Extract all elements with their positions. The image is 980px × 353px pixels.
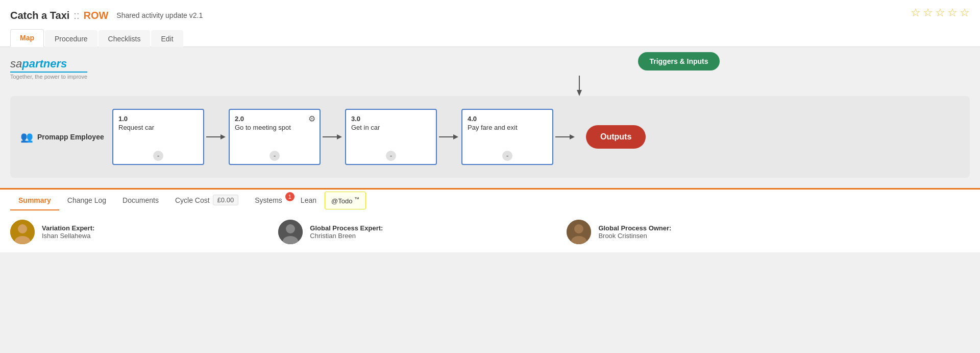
- row-label: ROW: [83, 10, 108, 21]
- bottom-tabs: Summary Change Log Documents Cycle Cost …: [0, 188, 980, 211]
- step-3-number: 3.0: [351, 115, 431, 123]
- bottom-tab-summary[interactable]: Summary: [10, 191, 59, 210]
- svg-marker-1: [577, 90, 582, 96]
- person-brook-role: Global Process Owner:: [598, 224, 671, 232]
- person-ishan-name: Ishan Sellahewa: [42, 232, 94, 240]
- svg-point-14: [286, 224, 295, 233]
- avatar-brook: [567, 220, 591, 244]
- bottom-tab-lean[interactable]: Lean: [292, 191, 325, 210]
- step-1[interactable]: 1.0 Request car -: [112, 109, 204, 165]
- logo: sapartners Together, the power to improv…: [10, 57, 87, 80]
- person-brook-name: Brook Cristinsen: [598, 232, 671, 240]
- trigger-arrow: [574, 76, 584, 96]
- star-3[interactable]: ☆: [935, 6, 945, 19]
- step-3[interactable]: 3.0 Get in car -: [345, 109, 437, 165]
- separator: ::: [74, 10, 79, 21]
- step-4-title: Pay fare and exit: [468, 124, 547, 131]
- arrow-1-2: [204, 132, 229, 142]
- page-title: Catch a Taxi: [10, 10, 69, 21]
- main-content: sapartners Together, the power to improv…: [0, 47, 980, 188]
- subtitle: Shared activity update v2.1: [116, 11, 203, 19]
- avatar-christian-svg: [278, 220, 303, 244]
- tab-procedure[interactable]: Procedure: [45, 30, 97, 47]
- gear-icon-step2: ⚙: [308, 114, 315, 124]
- tab-edit[interactable]: Edit: [151, 30, 183, 47]
- steps-row: 1.0 Request car - 2.0 Go to meeting spot…: [112, 109, 960, 165]
- cycle-cost-label: Cycle Cost: [175, 196, 210, 204]
- avatar-christian: [278, 220, 303, 244]
- star-4[interactable]: ☆: [947, 6, 958, 19]
- avatar-brook-svg: [567, 220, 591, 244]
- star-2[interactable]: ☆: [923, 6, 933, 19]
- cost-badge-value: £0.00: [213, 195, 239, 205]
- person-global-expert: Global Process Expert: Christian Breen: [278, 220, 383, 244]
- star-rating[interactable]: ☆ ☆ ☆ ☆ ☆: [911, 6, 970, 25]
- avatar-ishan: [10, 220, 35, 244]
- svg-marker-3: [220, 134, 226, 139]
- star-5[interactable]: ☆: [960, 6, 970, 19]
- triggers-bubble[interactable]: Triggers & Inputs: [638, 52, 719, 70]
- arrow-svg-3: [439, 132, 459, 142]
- person-ishan-info: Variation Expert: Ishan Sellahewa: [42, 224, 94, 240]
- tab-map[interactable]: Map: [10, 29, 44, 47]
- step-4-number: 4.0: [468, 115, 547, 123]
- arrow-3-4: [437, 132, 461, 142]
- logo-partners: partners: [22, 57, 67, 70]
- step-4[interactable]: 4.0 Pay fare and exit -: [461, 109, 553, 165]
- logo-text: sapartners: [10, 57, 87, 73]
- main-tabs: Map Procedure Checklists Edit: [10, 29, 970, 46]
- triggers-column: Triggers & Inputs: [189, 52, 970, 96]
- person-christian-name: Christian Breen: [310, 232, 383, 240]
- bottom-tab-changelog[interactable]: Change Log: [59, 191, 114, 210]
- person-variation-expert: Variation Expert: Ishan Sellahewa: [10, 220, 94, 244]
- arrow-2-3: [321, 132, 345, 142]
- step-1-minus[interactable]: -: [153, 151, 163, 161]
- svg-marker-5: [337, 134, 342, 139]
- person-brook-info: Global Process Owner: Brook Cristinsen: [598, 224, 671, 240]
- people-section: Variation Expert: Ishan Sellahewa Global…: [0, 211, 980, 252]
- step-1-number: 1.0: [118, 115, 198, 123]
- swimlane-label: 👥 Promapp Employee: [20, 131, 112, 143]
- users-icon: 👥: [20, 131, 33, 143]
- header-top: Catch a Taxi :: ROW Shared activity upda…: [10, 6, 970, 29]
- swimlane: 👥 Promapp Employee 1.0 Request car - 2.0…: [10, 96, 970, 178]
- todo-superscript: ™: [354, 196, 359, 202]
- header: Catch a Taxi :: ROW Shared activity upda…: [0, 0, 980, 47]
- arrow-4-outputs: [553, 132, 578, 142]
- svg-marker-9: [570, 134, 575, 139]
- logo-tagline: Together, the power to improve: [10, 74, 87, 80]
- person-christian-role: Global Process Expert:: [310, 224, 383, 232]
- outputs-button[interactable]: Outputs: [586, 125, 646, 149]
- arrow-svg-2: [323, 132, 343, 142]
- bottom-tab-systems[interactable]: Systems 1: [247, 191, 292, 210]
- person-global-owner: Global Process Owner: Brook Cristinsen: [567, 220, 671, 244]
- bottom-tab-cyclecost[interactable]: Cycle Cost £0.00: [167, 190, 247, 211]
- systems-notification-badge: 1: [285, 192, 295, 201]
- systems-label: Systems: [255, 196, 282, 204]
- person-christian-info: Global Process Expert: Christian Breen: [310, 224, 383, 240]
- tab-checklists[interactable]: Checklists: [99, 30, 151, 47]
- svg-point-11: [18, 224, 27, 233]
- step-2-title: Go to meeting spot: [235, 124, 314, 131]
- step-1-title: Request car: [118, 124, 198, 131]
- avatar-ishan-svg: [10, 220, 35, 244]
- swimlane-title: Promapp Employee: [37, 133, 104, 141]
- arrow-svg-1: [206, 132, 227, 142]
- step-2-number: 2.0: [235, 115, 314, 123]
- step-3-title: Get in car: [351, 124, 431, 131]
- bottom-tab-todo[interactable]: @Todo ™: [325, 192, 366, 209]
- step-4-minus[interactable]: -: [502, 151, 512, 161]
- arrow-svg-4: [555, 132, 576, 142]
- svg-point-17: [574, 224, 583, 233]
- step-2-minus[interactable]: -: [270, 151, 280, 161]
- step-2[interactable]: 2.0 Go to meeting spot ⚙ -: [229, 109, 321, 165]
- person-ishan-role: Variation Expert:: [42, 224, 94, 232]
- step-3-minus[interactable]: -: [386, 151, 396, 161]
- star-1[interactable]: ☆: [911, 6, 921, 19]
- logo-sa: sa: [10, 57, 22, 70]
- svg-marker-7: [453, 134, 458, 139]
- bottom-tab-documents[interactable]: Documents: [114, 191, 167, 210]
